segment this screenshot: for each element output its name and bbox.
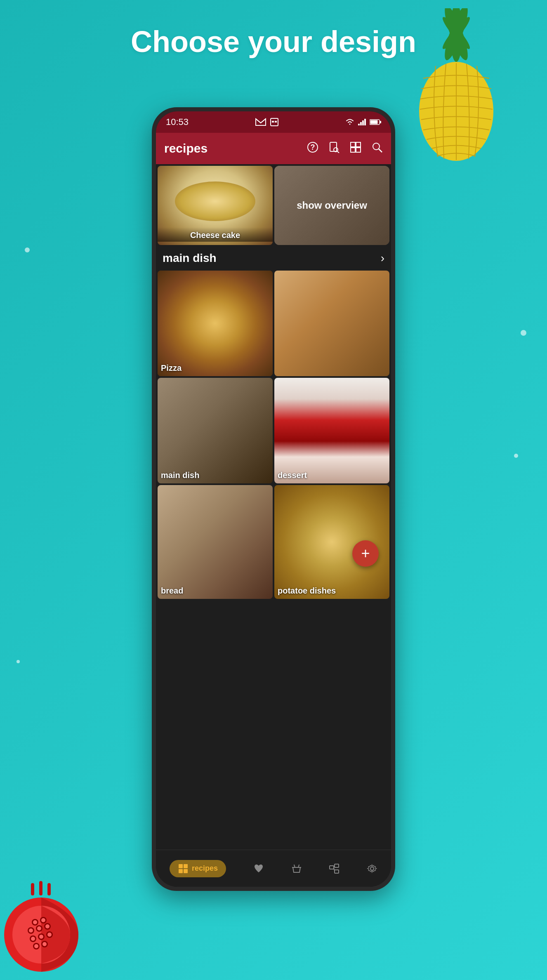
- svg-point-28: [47, 933, 52, 937]
- svg-line-60: [334, 868, 335, 871]
- bread-card[interactable]: bread: [158, 485, 273, 599]
- heart-icon: [253, 863, 264, 874]
- nav-item-shopping[interactable]: [291, 863, 302, 874]
- svg-rect-53: [184, 864, 188, 868]
- svg-point-27: [39, 935, 43, 939]
- basket-icon: [291, 863, 302, 874]
- nav-item-settings[interactable]: [367, 863, 377, 874]
- gmail-icon: [255, 118, 266, 126]
- category-row-2: bread potatoe dishes +: [156, 484, 391, 600]
- top-cards-row: Cheese cake show overview: [156, 164, 391, 247]
- svg-rect-47: [356, 142, 361, 147]
- pancakes-card[interactable]: [274, 271, 389, 376]
- app-bar-title: recipes: [164, 141, 307, 155]
- main-dish-category-card[interactable]: main dish: [158, 378, 273, 483]
- pomegranate-decoration: [0, 881, 83, 972]
- svg-rect-35: [360, 122, 362, 125]
- sim-icon: [270, 118, 279, 127]
- svg-rect-43: [330, 142, 337, 151]
- app-bar: recipes ?: [156, 133, 391, 164]
- dot-decoration-2: [514, 454, 518, 458]
- svg-rect-54: [179, 869, 183, 873]
- dot-decoration-3: [17, 660, 20, 663]
- main-dish-title: main dish: [163, 252, 217, 265]
- svg-rect-31: [271, 118, 278, 126]
- svg-rect-55: [184, 869, 188, 873]
- show-overview-card[interactable]: show overview: [274, 166, 389, 245]
- svg-rect-36: [362, 120, 364, 125]
- svg-rect-8: [47, 883, 51, 895]
- nav-item-share[interactable]: [329, 863, 340, 874]
- svg-rect-56: [330, 866, 334, 869]
- app-bar-actions: ?: [307, 141, 383, 156]
- fab-add-button[interactable]: +: [352, 540, 379, 567]
- signal-icon: [358, 119, 366, 125]
- phone-wrapper: 10:53: [152, 107, 395, 891]
- recipes-nav-label: recipes: [192, 864, 218, 873]
- svg-point-22: [41, 918, 45, 922]
- pizza-card[interactable]: Pizza: [158, 271, 273, 376]
- gear-icon: [367, 863, 377, 874]
- phone: 10:53: [152, 107, 395, 891]
- svg-line-45: [337, 151, 339, 153]
- wifi-icon: [345, 118, 355, 126]
- dessert-label: dessert: [278, 471, 307, 480]
- status-time: 10:53: [166, 117, 189, 127]
- svg-rect-48: [351, 148, 355, 152]
- svg-rect-49: [356, 148, 361, 152]
- svg-rect-32: [272, 121, 274, 122]
- phone-screen: 10:53: [156, 111, 391, 887]
- dessert-card[interactable]: dessert: [274, 378, 389, 483]
- svg-point-21: [33, 920, 37, 924]
- nav-item-recipes[interactable]: recipes: [170, 860, 226, 877]
- svg-point-25: [45, 924, 50, 928]
- help-icon[interactable]: ?: [307, 141, 318, 156]
- cheesecake-label: Cheese cake: [158, 227, 273, 242]
- svg-rect-34: [358, 124, 360, 125]
- svg-line-59: [334, 866, 335, 867]
- featured-cards-row: Pizza: [156, 270, 391, 377]
- svg-rect-40: [370, 120, 378, 124]
- status-bar: 10:53: [156, 111, 391, 133]
- svg-rect-6: [31, 883, 34, 895]
- recipe-nav-icon: [178, 863, 189, 874]
- status-right-icons: [345, 118, 381, 126]
- svg-rect-7: [39, 881, 42, 895]
- svg-rect-58: [335, 870, 339, 873]
- svg-point-30: [42, 942, 47, 946]
- dot-decoration-4: [521, 330, 526, 336]
- svg-point-23: [29, 928, 33, 933]
- share-icon: [329, 863, 340, 874]
- search-icon[interactable]: [371, 141, 383, 156]
- svg-rect-57: [335, 864, 339, 867]
- plus-icon: +: [361, 545, 370, 562]
- svg-text:?: ?: [311, 143, 315, 151]
- svg-rect-33: [275, 121, 277, 122]
- svg-rect-37: [364, 119, 366, 125]
- svg-rect-52: [179, 864, 183, 868]
- bottom-navigation: recipes: [156, 850, 391, 887]
- svg-rect-39: [380, 121, 381, 123]
- svg-point-24: [37, 926, 41, 931]
- svg-line-51: [379, 149, 382, 152]
- bookmark-search-icon[interactable]: [328, 141, 340, 156]
- potatoes-label: potatoe dishes: [278, 586, 336, 596]
- dot-decoration-1: [25, 247, 30, 252]
- cheesecake-card[interactable]: Cheese cake: [158, 166, 273, 245]
- show-overview-text: show overview: [297, 200, 367, 211]
- grid-view-icon[interactable]: [350, 141, 361, 156]
- svg-point-29: [34, 944, 38, 948]
- bread-label: bread: [161, 586, 183, 596]
- content-area: Cheese cake show overview main dish ›: [156, 164, 391, 850]
- battery-icon: [370, 119, 381, 125]
- svg-rect-46: [351, 142, 355, 147]
- section-arrow-icon[interactable]: ›: [381, 252, 384, 265]
- status-icons: [255, 118, 279, 127]
- svg-point-26: [31, 937, 35, 941]
- pizza-label: Pizza: [161, 363, 182, 373]
- nav-item-favorites[interactable]: [253, 863, 264, 874]
- page-title: Choose your design: [0, 25, 547, 59]
- main-dish-section-header[interactable]: main dish ›: [156, 247, 391, 270]
- category-row-1: main dish dessert: [156, 377, 391, 484]
- svg-point-50: [373, 143, 380, 150]
